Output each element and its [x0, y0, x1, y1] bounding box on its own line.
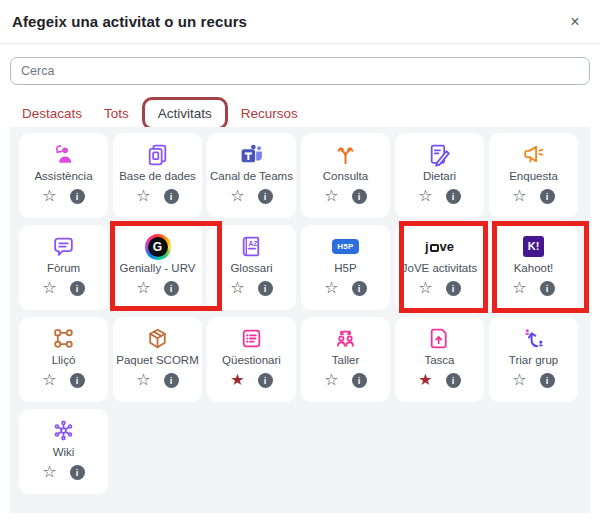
- favourite-star-icon[interactable]: ☆: [42, 188, 56, 204]
- info-icon[interactable]: i: [164, 189, 179, 204]
- activity-tile-assistencia[interactable]: Assistència ☆ i: [19, 133, 108, 218]
- favourite-star-icon[interactable]: ☆: [512, 372, 526, 388]
- info-icon[interactable]: i: [352, 281, 367, 296]
- genially-logo: G: [145, 233, 171, 260]
- favourite-star-icon[interactable]: ☆: [42, 280, 56, 296]
- info-icon[interactable]: i: [258, 373, 273, 388]
- journal-pencil-icon: [427, 141, 452, 168]
- megaphone-icon: [521, 141, 546, 168]
- activity-tile-paquet-scorm[interactable]: Paquet SCORM ☆ i: [113, 317, 202, 402]
- h5p-logo: H5P: [332, 233, 359, 260]
- favourite-star-icon[interactable]: ☆: [324, 188, 338, 204]
- activity-tile-jove-activitats[interactable]: jve JoVE activitats ☆ i: [395, 225, 484, 310]
- tab-destacats[interactable]: Destacats: [22, 106, 82, 121]
- favourite-star-icon[interactable]: ☆: [42, 372, 56, 388]
- info-icon[interactable]: i: [446, 281, 461, 296]
- activity-tile-base-de-dades[interactable]: Base de dades ☆ i: [113, 133, 202, 218]
- favourite-star-icon[interactable]: ★: [418, 372, 432, 388]
- favourite-star-icon[interactable]: ☆: [230, 280, 244, 296]
- people-duo-icon: [51, 141, 76, 168]
- close-icon[interactable]: ×: [565, 12, 585, 32]
- tab-tots[interactable]: Tots: [104, 106, 129, 121]
- activity-tile-triar-grup[interactable]: Triar grup ☆ i: [489, 317, 578, 402]
- tab-recursos[interactable]: Recursos: [241, 106, 298, 121]
- info-icon[interactable]: i: [446, 373, 461, 388]
- tab-activitats-annotation-box: Activitats: [142, 97, 228, 130]
- activity-tile-enquesta[interactable]: Enquesta ☆ i: [489, 133, 578, 218]
- favourite-star-icon[interactable]: ☆: [136, 188, 150, 204]
- header-divider: [0, 43, 600, 44]
- activity-tile-h5p[interactable]: H5P H5P ☆ i: [301, 225, 390, 310]
- favourite-star-icon[interactable]: ☆: [324, 280, 338, 296]
- tile-label: Fòrum: [47, 261, 80, 276]
- favourite-star-icon[interactable]: ☆: [324, 372, 338, 388]
- tile-label: Lliçó: [52, 353, 76, 368]
- tile-label: Paquet SCORM: [116, 353, 198, 368]
- favourite-star-icon[interactable]: ☆: [230, 188, 244, 204]
- favourite-star-icon[interactable]: ☆: [42, 464, 56, 480]
- info-icon[interactable]: i: [258, 281, 273, 296]
- branch-fork-icon: [333, 141, 358, 168]
- tile-label: Triar grup: [509, 353, 558, 368]
- info-icon[interactable]: i: [70, 189, 85, 204]
- chat-bubble-icon: [51, 233, 76, 260]
- kahoot-logo: K!: [523, 233, 544, 260]
- activity-grid: Assistència ☆ i Base de dades ☆: [10, 127, 590, 500]
- favourite-star-icon[interactable]: ☆: [418, 188, 432, 204]
- activity-tile-genially-urv[interactable]: G Genially - URV ☆ i: [113, 225, 202, 310]
- activity-tile-questionari[interactable]: Qüestionari ★ i: [207, 317, 296, 402]
- package-box-icon: [145, 325, 170, 352]
- activity-tile-taller[interactable]: Taller ☆ i: [301, 317, 390, 402]
- tile-label: Consulta: [323, 169, 368, 184]
- info-icon[interactable]: i: [352, 189, 367, 204]
- activity-tile-forum[interactable]: Fòrum ☆ i: [19, 225, 108, 310]
- file-upload-icon: [427, 325, 452, 352]
- tile-label: Taller: [332, 353, 359, 368]
- tile-label: Kahoot!: [514, 261, 554, 276]
- tile-label: Dietari: [423, 169, 456, 184]
- tile-label: Canal de Teams: [210, 169, 293, 184]
- info-icon[interactable]: i: [258, 189, 273, 204]
- tab-activitats[interactable]: Activitats: [158, 106, 212, 121]
- activity-tile-dietari[interactable]: Dietari ☆ i: [395, 133, 484, 218]
- activity-tile-wiki[interactable]: Wiki ☆ i: [19, 409, 108, 494]
- activity-tile-glossari[interactable]: AZ Glossari ☆ i: [207, 225, 296, 310]
- info-icon[interactable]: i: [70, 465, 85, 480]
- info-icon[interactable]: i: [164, 373, 179, 388]
- activity-tile-kahoot[interactable]: K! Kahoot! ☆ i: [489, 225, 578, 310]
- info-icon[interactable]: i: [352, 373, 367, 388]
- tile-label: Glossari: [230, 261, 272, 276]
- tile-label: Assistència: [34, 169, 92, 184]
- activity-tile-consulta[interactable]: Consulta ☆ i: [301, 133, 390, 218]
- favourite-star-icon[interactable]: ☆: [512, 188, 526, 204]
- info-icon[interactable]: i: [70, 281, 85, 296]
- tile-label: Genially - URV: [120, 261, 196, 276]
- favourite-star-icon[interactable]: ☆: [512, 280, 526, 296]
- quiz-list-icon: [239, 325, 264, 352]
- tile-label: Tasca: [424, 353, 454, 368]
- favourite-star-icon[interactable]: ☆: [136, 372, 150, 388]
- info-icon[interactable]: i: [446, 189, 461, 204]
- tile-label: H5P: [334, 261, 356, 276]
- teams-logo: [239, 141, 264, 168]
- book-az-icon: AZ: [239, 233, 264, 260]
- info-icon[interactable]: i: [540, 281, 555, 296]
- info-icon[interactable]: i: [164, 281, 179, 296]
- dialog-title: Afegeix una activitat o un recurs: [12, 13, 247, 30]
- favourite-star-icon[interactable]: ☆: [418, 280, 432, 296]
- info-icon[interactable]: i: [70, 373, 85, 388]
- favourite-star-icon[interactable]: ☆: [136, 280, 150, 296]
- info-icon[interactable]: i: [540, 373, 555, 388]
- tile-label: JoVE activitats: [402, 261, 477, 276]
- activity-tile-canal-de-teams[interactable]: Canal de Teams ☆ i: [207, 133, 296, 218]
- info-icon[interactable]: i: [540, 189, 555, 204]
- favourite-star-icon[interactable]: ★: [230, 372, 244, 388]
- svg-text:AZ: AZ: [249, 240, 258, 247]
- activity-tile-llico[interactable]: Lliçó ☆ i: [19, 317, 108, 402]
- activity-tile-tasca[interactable]: Tasca ★ i: [395, 317, 484, 402]
- arrow-people-icon: [521, 325, 546, 352]
- people-arrows-icon: [333, 325, 358, 352]
- search-input[interactable]: [10, 57, 590, 85]
- tile-label: Wiki: [53, 445, 75, 460]
- jove-logo: jve: [425, 233, 454, 260]
